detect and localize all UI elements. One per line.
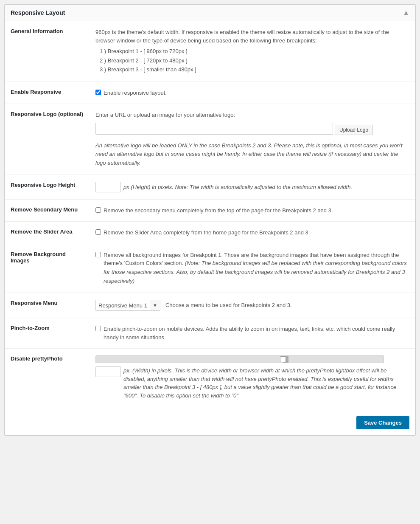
- label-enable-responsive: Enable Responsive: [5, 82, 90, 104]
- logo-height-input[interactable]: 150: [95, 182, 121, 192]
- settings-table: General Information 960px is the theme's…: [5, 21, 415, 410]
- row-remove-background: Remove Background Images Remove all back…: [5, 244, 415, 293]
- label-logo-height: Responsive Logo Height: [5, 175, 90, 199]
- label-remove-background: Remove Background Images: [5, 244, 90, 293]
- label-responsive-menu: Responsive Menu: [5, 293, 90, 318]
- row-enable-responsive: Enable Responsive Enable responsive layo…: [5, 82, 415, 104]
- logo-input-row: Upload Logo: [95, 123, 409, 137]
- remove-slider-label: Remove the Slider Area completely from t…: [104, 228, 310, 237]
- select-arrow-icon: ▼: [150, 300, 160, 311]
- logo-prompt: Enter a URL or upload an image for your …: [95, 111, 409, 119]
- row-general-info: General Information 960px is the theme's…: [5, 21, 415, 82]
- checkbox-row-slider: Remove the Slider Area completely from t…: [95, 228, 409, 237]
- remove-secondary-checkbox[interactable]: [95, 207, 101, 213]
- prettyphoto-note: px. (Width) in pixels. This is the devic…: [123, 366, 409, 400]
- label-disable-prettyphoto: Disable prettyPhoto: [5, 349, 90, 410]
- prettyphoto-width-input[interactable]: 480: [95, 366, 121, 377]
- label-general-info: General Information: [5, 21, 90, 82]
- label-remove-slider: Remove the Slider Area: [5, 222, 90, 244]
- responsive-menu-select[interactable]: Responsive Menu 1: [96, 301, 150, 310]
- remove-background-text: Remove all background images for Breakpo…: [104, 251, 409, 286]
- enable-responsive-label: Enable responsive layout.: [104, 89, 167, 97]
- pinch-zoom-label: Enable pinch-to-zoom on mobile devices. …: [104, 325, 409, 341]
- row-disable-prettyphoto: Disable prettyPhoto 480 px. (Width) in p…: [5, 349, 415, 410]
- label-responsive-logo: Responsive Logo (optional): [5, 104, 90, 175]
- prettyphoto-input-row: 480 px. (Width) in pixels. This is the d…: [95, 366, 409, 400]
- pinch-zoom-checkbox[interactable]: [95, 326, 101, 331]
- row-remove-secondary: Remove Secondary Menu Remove the seconda…: [5, 199, 415, 222]
- value-disable-prettyphoto: 480 px. (Width) in pixels. This is the d…: [90, 349, 415, 410]
- row-pinch-zoom: Pinch-to-Zoom Enable pinch-to-zoom on mo…: [5, 318, 415, 349]
- logo-note: An alternative logo will be loaded ONLY …: [95, 141, 409, 168]
- label-remove-secondary: Remove Secondary Menu: [5, 199, 90, 222]
- row-remove-slider: Remove the Slider Area Remove the Slider…: [5, 222, 415, 244]
- value-logo-height: 150 px (Height) in pixels. Note: The wid…: [90, 175, 415, 199]
- value-remove-slider: Remove the Slider Area completely from t…: [90, 222, 415, 244]
- value-responsive-logo: Enter a URL or upload an image for your …: [90, 104, 415, 175]
- panel-title: Responsive Layout: [11, 9, 65, 16]
- remove-slider-checkbox[interactable]: [95, 229, 101, 235]
- enable-responsive-checkbox[interactable]: [95, 90, 101, 95]
- responsive-menu-note: Choose a menu to be used for Breakpoints…: [165, 301, 292, 310]
- logo-url-input[interactable]: [95, 123, 333, 135]
- breakpoint-3: 3 ) Breakpoint 3 - [ smaller than 480px …: [100, 65, 409, 74]
- height-input-row: 150 px (Height) in pixels. Note: The wid…: [95, 182, 409, 192]
- remove-secondary-label: Remove the secondary menu completely fro…: [104, 206, 333, 215]
- value-remove-secondary: Remove the secondary menu completely fro…: [90, 199, 415, 222]
- checkbox-row-responsive: Enable responsive layout.: [95, 89, 409, 97]
- upload-logo-button[interactable]: Upload Logo: [335, 125, 373, 135]
- panel-header: Responsive Layout ▲: [5, 5, 415, 21]
- panel-collapse-icon[interactable]: ▲: [403, 9, 409, 17]
- value-responsive-menu: Responsive Menu 1 ▼ Choose a menu to be …: [90, 293, 415, 318]
- general-info-text: 960px is the theme's default width. If r…: [95, 29, 389, 44]
- slider-container: [95, 355, 409, 363]
- remove-background-checkbox[interactable]: [95, 252, 101, 257]
- breakpoint-2: 2 ) Breakpoint 2 - [ 720px to 480px ]: [100, 56, 409, 65]
- breakpoint-1: 1 ) Breakpoint 1 - [ 960px to 720px ]: [100, 47, 409, 56]
- logo-height-note: px (Height) in pixels. Note: The width i…: [123, 183, 352, 192]
- menu-select-row: Responsive Menu 1 ▼ Choose a menu to be …: [95, 300, 409, 311]
- responsive-menu-select-wrapper[interactable]: Responsive Menu 1 ▼: [95, 300, 160, 311]
- row-responsive-logo: Responsive Logo (optional) Enter a URL o…: [5, 104, 415, 175]
- label-pinch-zoom: Pinch-to-Zoom: [5, 318, 90, 349]
- breakpoints-list: 1 ) Breakpoint 1 - [ 960px to 720px ] 2 …: [95, 47, 409, 74]
- value-pinch-zoom: Enable pinch-to-zoom on mobile devices. …: [90, 318, 415, 349]
- checkbox-row-pinch: Enable pinch-to-zoom on mobile devices. …: [95, 325, 409, 341]
- save-changes-button[interactable]: Save Changes: [356, 416, 409, 429]
- value-enable-responsive: Enable responsive layout.: [90, 82, 415, 104]
- row-responsive-menu: Responsive Menu Responsive Menu 1 ▼ Choo…: [5, 293, 415, 318]
- save-row: Save Changes: [5, 410, 415, 435]
- row-logo-height: Responsive Logo Height 150 px (Height) i…: [5, 175, 415, 199]
- checkbox-row-background: Remove all background images for Breakpo…: [95, 251, 409, 286]
- prettyphoto-slider-track[interactable]: [95, 355, 384, 363]
- prettyphoto-slider-handle[interactable]: [280, 356, 286, 362]
- value-general-info: 960px is the theme's default width. If r…: [90, 21, 415, 82]
- value-remove-background: Remove all background images for Breakpo…: [90, 244, 415, 293]
- checkbox-row-secondary: Remove the secondary menu completely fro…: [95, 206, 409, 215]
